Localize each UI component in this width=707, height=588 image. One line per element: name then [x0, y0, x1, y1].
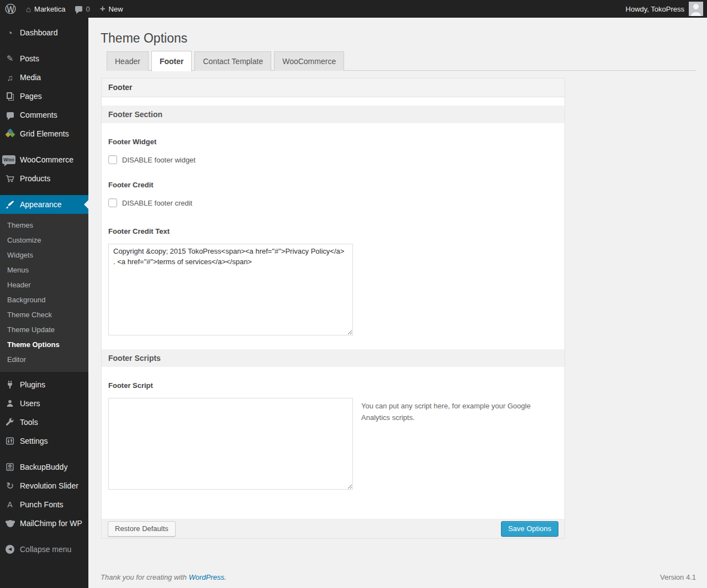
admin-menu: ◔ Dashboard ✎ Posts ♫ Media Pages Commen…	[0, 18, 88, 588]
footer-thanks-text: Thank you for creating with WordPress.	[101, 573, 226, 581]
submenu-background[interactable]: Background	[0, 292, 88, 307]
sidebar-item-dashboard[interactable]: ◔ Dashboard	[0, 23, 88, 42]
appearance-submenu: Themes Customize Widgets Menus Header Ba…	[0, 214, 88, 372]
submenu-theme-options[interactable]: Theme Options	[0, 337, 88, 352]
paintbrush-icon	[4, 200, 15, 209]
user-avatar	[689, 2, 703, 16]
grid-elements-icon	[4, 129, 15, 138]
sidebar-item-tools[interactable]: Tools	[0, 413, 88, 432]
tab-bar: HeaderFooterContact TemplateWooCommerce	[107, 51, 696, 71]
tab-woocommerce[interactable]: WooCommerce	[274, 51, 344, 71]
footer-credit-text-label: Footer Credit Text	[108, 227, 558, 235]
footer-script-label: Footer Script	[108, 381, 558, 390]
menu-separator	[0, 533, 88, 540]
footer-credit-text-textarea[interactable]: Copyright &copy; 2015 TokoPress<span><a …	[108, 244, 353, 335]
monkey-icon	[4, 520, 15, 527]
media-icon: ♫	[4, 73, 15, 82]
new-content-menu[interactable]: + New	[95, 0, 128, 18]
sidebar-item-products[interactable]: Products	[0, 169, 88, 188]
wordpress-link[interactable]: WordPress.	[189, 573, 226, 581]
menu-separator	[0, 143, 88, 150]
sidebar-item-punch-fonts[interactable]: A Punch Fonts	[0, 495, 88, 514]
submenu-theme-check[interactable]: Theme Check	[0, 307, 88, 322]
tab-footer[interactable]: Footer	[151, 51, 192, 71]
comment-count: 0	[86, 5, 89, 13]
howdy-text: Howdy, TokoPress	[626, 5, 684, 13]
section-header-footer-section: Footer Section	[102, 106, 564, 123]
sidebar-item-media[interactable]: ♫ Media	[0, 68, 88, 87]
backup-drive-icon	[4, 463, 15, 471]
menu-separator	[0, 188, 88, 195]
panel-action-bar: Restore Defaults Save Options	[102, 519, 564, 538]
sidebar-item-appearance[interactable]: Appearance	[0, 195, 88, 214]
comment-bubble-icon	[75, 6, 82, 12]
user-icon	[4, 399, 15, 408]
dashboard-icon: ◔	[4, 28, 15, 38]
sidebar-item-posts[interactable]: ✎ Posts	[0, 49, 88, 68]
sidebar-item-revolution-slider[interactable]: ↻ Revolution Slider	[0, 476, 88, 495]
submenu-menus[interactable]: Menus	[0, 262, 88, 277]
plus-icon: +	[100, 1, 105, 17]
submenu-theme-update[interactable]: Theme Update	[0, 322, 88, 337]
wordpress-logo-menu[interactable]: Ⓦ	[0, 0, 21, 18]
cart-icon	[4, 174, 15, 183]
sidebar-item-plugins[interactable]: Plugins	[0, 375, 88, 394]
tab-header[interactable]: Header	[107, 51, 149, 71]
collapse-menu-button[interactable]: ◀ Collapse menu	[0, 540, 88, 559]
tab-contact-template[interactable]: Contact Template	[194, 51, 271, 71]
sidebar-item-mailchimp[interactable]: MailChimp for WP	[0, 514, 88, 533]
sidebar-item-pages[interactable]: Pages	[0, 87, 88, 106]
cycle-arrows-icon: ↻	[4, 480, 15, 492]
disable-footer-credit-text: DISABLE footer credit	[122, 199, 192, 207]
woocommerce-icon: Woo	[4, 155, 15, 164]
footer-widget-label: Footer Widget	[108, 138, 558, 146]
submenu-header[interactable]: Header	[0, 277, 88, 292]
settings-sliders-icon	[4, 437, 15, 445]
comments-icon	[4, 112, 15, 118]
admin-footer: Thank you for creating with WordPress. V…	[101, 573, 696, 581]
sidebar-item-users[interactable]: Users	[0, 394, 88, 413]
sidebar-item-woocommerce[interactable]: Woo WooCommerce	[0, 150, 88, 169]
account-menu[interactable]: Howdy, TokoPress	[626, 0, 707, 18]
page-title: Theme Options	[101, 18, 696, 46]
sidebar-item-comments[interactable]: Comments	[0, 106, 88, 124]
main-content: Theme Options HeaderFooterContact Templa…	[88, 18, 707, 588]
submenu-widgets[interactable]: Widgets	[0, 248, 88, 262]
theme-options-panel: Footer Footer Section Footer Widget DISA…	[101, 78, 565, 539]
menu-separator	[0, 42, 88, 49]
sidebar-item-settings[interactable]: Settings	[0, 432, 88, 450]
disable-footer-credit-option[interactable]: DISABLE footer credit	[108, 198, 192, 207]
comments-admin-bar-link[interactable]: 0	[70, 0, 94, 18]
home-icon: ⌂	[26, 4, 31, 14]
restore-defaults-button[interactable]: Restore Defaults	[108, 521, 176, 537]
submenu-customize[interactable]: Customize	[0, 233, 88, 248]
disable-footer-credit-checkbox[interactable]	[108, 198, 117, 207]
wrench-icon	[4, 418, 15, 427]
section-header-footer-scripts: Footer Scripts	[102, 349, 564, 367]
site-name-link[interactable]: ⌂ Marketica	[21, 0, 70, 18]
disable-footer-widget-text: DISABLE footer widget	[122, 156, 196, 164]
wordpress-logo-icon: Ⓦ	[5, 0, 16, 18]
disable-footer-widget-checkbox[interactable]	[108, 155, 117, 164]
version-text: Version 4.1	[660, 573, 696, 581]
posts-icon: ✎	[4, 54, 15, 64]
panel-heading: Footer	[102, 78, 564, 97]
admin-bar: Ⓦ ⌂ Marketica 0 + New Howdy, TokoPress	[0, 0, 707, 18]
disable-footer-widget-option[interactable]: DISABLE footer widget	[108, 155, 196, 164]
save-options-button[interactable]: Save Options	[501, 521, 558, 537]
footer-script-help-text: You can put any script here, for example…	[361, 401, 532, 424]
site-name: Marketica	[34, 5, 65, 13]
sidebar-item-backupbuddy[interactable]: BackupBuddy	[0, 458, 88, 476]
footer-credit-label: Footer Credit	[108, 181, 558, 189]
letter-a-icon: A	[4, 500, 15, 509]
plugin-icon	[4, 380, 15, 389]
panel-spacer	[102, 97, 564, 106]
submenu-editor[interactable]: Editor	[0, 352, 88, 367]
pages-icon	[4, 93, 15, 99]
collapse-arrow-icon: ◀	[4, 545, 15, 554]
sidebar-item-grid-elements[interactable]: Grid Elements	[0, 124, 88, 143]
menu-separator	[0, 450, 88, 458]
footer-script-textarea[interactable]	[108, 398, 353, 490]
new-label: New	[109, 5, 123, 13]
submenu-themes[interactable]: Themes	[0, 218, 88, 233]
